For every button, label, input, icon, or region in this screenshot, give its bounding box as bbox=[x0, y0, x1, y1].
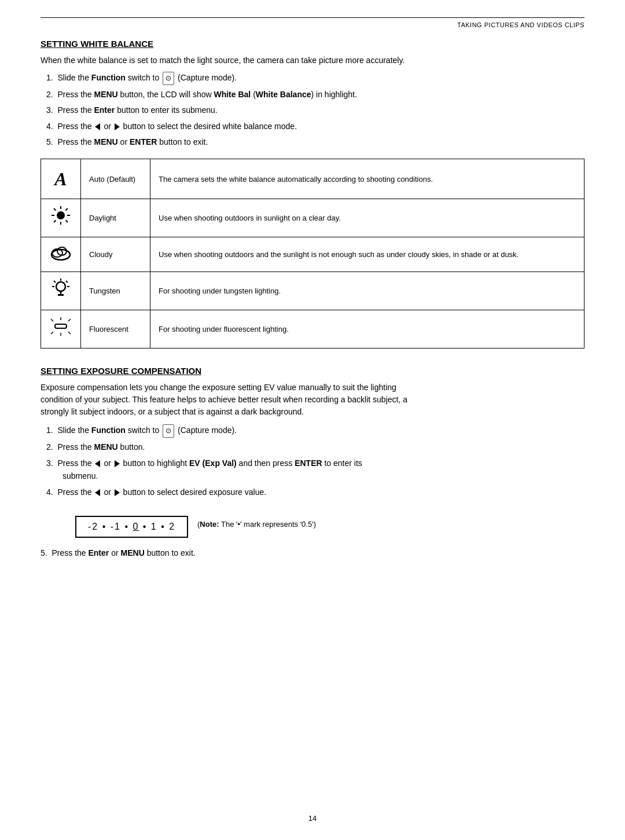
ev-note: (Note: The '•' mark represents '0.5') bbox=[197, 520, 316, 529]
exposure-section: SETTING EXPOSURE COMPENSATION Exposure c… bbox=[41, 366, 584, 557]
svg-line-26 bbox=[68, 332, 71, 334]
svg-line-18 bbox=[54, 281, 56, 283]
ev-value: -2 • -1 • 0 • 1 • 2 bbox=[88, 522, 175, 531]
page-header: TAKING PICTURES AND VIDEOS CLIPS bbox=[41, 17, 584, 28]
exposure-intro: Exposure compensation lets you change th… bbox=[41, 382, 584, 418]
fluorescent-svg-icon bbox=[49, 316, 72, 337]
svg-rect-20 bbox=[55, 324, 67, 328]
wb-desc-daylight: Use when shooting outdoors in sunlight o… bbox=[150, 199, 584, 237]
wb-icon-daylight bbox=[41, 199, 81, 237]
table-row: Cloudy Use when shooting outdoors and th… bbox=[41, 237, 584, 272]
wb-icon-tungsten bbox=[41, 272, 81, 310]
svg-rect-14 bbox=[58, 294, 64, 296]
arrow-right-icon-2 bbox=[115, 460, 120, 467]
arrow-left-icon-2 bbox=[95, 460, 100, 467]
header-title: TAKING PICTURES AND VIDEOS CLIPS bbox=[457, 21, 584, 28]
wb-step-1: 1. Slide the Function switch to ⊙ (Captu… bbox=[41, 71, 584, 85]
svg-line-5 bbox=[54, 208, 56, 211]
wb-desc-cloudy: Use when shooting outdoors and the sunli… bbox=[150, 237, 584, 272]
svg-point-0 bbox=[57, 211, 65, 219]
wb-desc-tungsten: For shooting under tungsten lighting. bbox=[150, 272, 584, 310]
ev-display-row: -2 • -1 • 0 • 1 • 2 (Note: The '•' mark … bbox=[41, 509, 584, 540]
table-row: Tungsten For shooting under tungsten lig… bbox=[41, 272, 584, 310]
arrow-right-icon-3 bbox=[115, 489, 120, 496]
svg-line-7 bbox=[66, 208, 68, 211]
wb-step-4: 4. Press the or button to select the des… bbox=[41, 120, 584, 133]
white-balance-section: SETTING WHITE BALANCE When the white bal… bbox=[41, 39, 584, 349]
svg-line-24 bbox=[51, 332, 53, 334]
wb-step-2: 2. Press the MENU button, the LCD will s… bbox=[41, 88, 584, 101]
exp-step-5: 5. Press the Enter or MENU button to exi… bbox=[41, 548, 196, 557]
arrow-left-icon-3 bbox=[95, 489, 100, 496]
svg-line-23 bbox=[68, 319, 71, 321]
white-balance-title: SETTING WHITE BALANCE bbox=[41, 39, 584, 49]
white-balance-table: A Auto (Default) The camera sets the whi… bbox=[41, 159, 584, 349]
capture-mode-icon-1: ⊙ bbox=[163, 72, 174, 85]
wb-name-cloudy: Cloudy bbox=[81, 237, 150, 272]
svg-line-19 bbox=[66, 281, 68, 283]
exposure-steps: 1. Slide the Function switch to ⊙ (Captu… bbox=[41, 424, 584, 498]
ev-display-box: -2 • -1 • 0 • 1 • 2 bbox=[75, 516, 188, 538]
wb-step-3: 3. Press the Enter button to enter its s… bbox=[41, 104, 584, 116]
wb-desc-fluorescent: For shooting under fluorescent lighting. bbox=[150, 310, 584, 349]
capture-mode-icon-2: ⊙ bbox=[163, 424, 174, 438]
wb-icon-fluorescent bbox=[41, 310, 81, 349]
wb-step-5: 5. Press the MENU or ENTER button to exi… bbox=[41, 135, 584, 148]
table-row: Daylight Use when shooting outdoors in s… bbox=[41, 199, 584, 237]
cloud-svg-icon bbox=[49, 243, 72, 261]
exp-step-4: 4. Press the or button to select desired… bbox=[41, 486, 584, 498]
svg-line-6 bbox=[66, 221, 68, 223]
white-balance-intro: When the white balance is set to match t… bbox=[41, 54, 584, 67]
tungsten-svg-icon bbox=[50, 278, 71, 299]
table-row: A Auto (Default) The camera sets the whi… bbox=[41, 159, 584, 199]
wb-icon-cloudy bbox=[41, 237, 81, 272]
wb-name-auto: Auto (Default) bbox=[81, 159, 150, 199]
exp-step-1: 1. Slide the Function switch to ⊙ (Captu… bbox=[41, 424, 584, 438]
arrow-left-icon-1 bbox=[95, 123, 100, 130]
wb-name-tungsten: Tungsten bbox=[81, 272, 150, 310]
sun-svg-icon bbox=[50, 205, 71, 226]
white-balance-steps: 1. Slide the Function switch to ⊙ (Captu… bbox=[41, 71, 584, 148]
wb-icon-auto: A bbox=[41, 159, 81, 199]
wb-desc-auto: The camera sets the white balance automa… bbox=[150, 159, 584, 199]
exp-step-3: 3. Press the or button to highlight EV (… bbox=[41, 457, 584, 483]
table-row: Fluorescent For shooting under fluoresce… bbox=[41, 310, 584, 349]
wb-name-daylight: Daylight bbox=[81, 199, 150, 237]
arrow-right-icon-1 bbox=[115, 123, 120, 130]
wb-name-fluorescent: Fluorescent bbox=[81, 310, 150, 349]
svg-line-21 bbox=[51, 319, 53, 321]
svg-line-8 bbox=[54, 221, 56, 223]
exp-step-2: 2. Press the MENU button. bbox=[41, 441, 584, 453]
exp-step-5-container: 5. Press the Enter or MENU button to exi… bbox=[41, 548, 584, 557]
page-number: 14 bbox=[41, 814, 584, 823]
svg-point-12 bbox=[56, 282, 65, 291]
exposure-title: SETTING EXPOSURE COMPENSATION bbox=[41, 366, 584, 376]
